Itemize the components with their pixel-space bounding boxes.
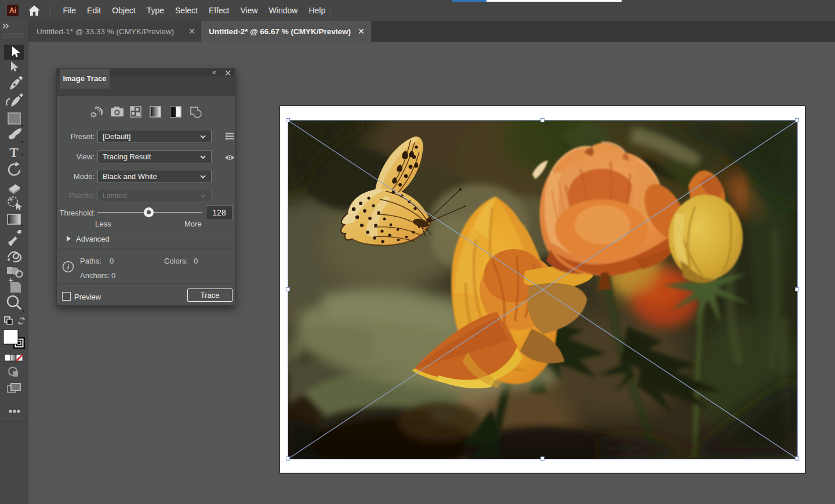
svg-text:i: i	[67, 262, 70, 271]
svg-text:T: T	[9, 145, 18, 160]
